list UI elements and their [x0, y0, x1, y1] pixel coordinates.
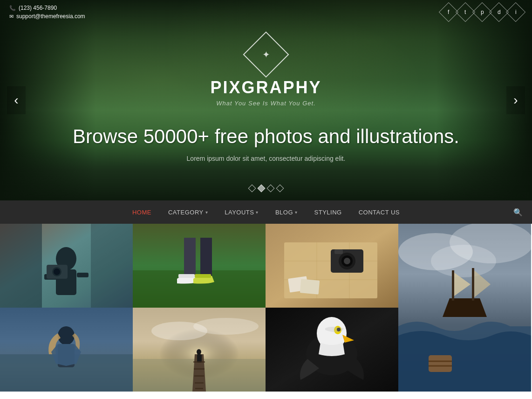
photo-sneakers — [133, 224, 266, 308]
svg-point-9 — [54, 268, 60, 275]
svg-point-41 — [58, 326, 75, 345]
photo-cell-5[interactable] — [0, 308, 133, 392]
nav-contact[interactable]: CONTACT US — [350, 200, 408, 224]
photo-eagle — [266, 308, 398, 392]
hero-section: 📞 (123) 456-7890 ✉ support@themefreesia.… — [0, 0, 532, 200]
photo-grid — [0, 224, 532, 392]
slider-dot-1[interactable] — [248, 185, 256, 193]
photo-cell-6[interactable] — [133, 308, 266, 392]
slider-dots — [249, 186, 283, 191]
contact-info: 📞 (123) 456-7890 ✉ support@themefreesia.… — [9, 5, 85, 20]
email-info: ✉ support@themefreesia.com — [9, 13, 85, 20]
site-title: PIXGRAPHY — [73, 78, 459, 97]
svg-rect-53 — [195, 382, 204, 384]
slider-dot-2[interactable] — [258, 185, 266, 193]
svg-point-32 — [431, 245, 496, 277]
blog-dropdown-arrow: ▾ — [295, 210, 298, 215]
prev-button[interactable]: ‹ — [7, 86, 26, 114]
instagram-icon[interactable]: i — [506, 2, 525, 22]
nav-home[interactable]: HOME — [124, 200, 160, 224]
svg-rect-54 — [195, 388, 203, 389]
slider-dot-3[interactable] — [267, 185, 275, 193]
site-tagline: What You See Is What You Get. — [73, 100, 459, 107]
photo-pier-sunset — [133, 308, 266, 392]
nav-blog[interactable]: BLOG ▾ — [267, 200, 306, 224]
phone-icon: 📞 — [9, 5, 16, 11]
search-button[interactable]: 🔍 — [513, 208, 523, 217]
photo-cell-2[interactable] — [133, 224, 266, 308]
photo-cell-1[interactable] — [0, 224, 133, 308]
svg-rect-26 — [334, 249, 343, 254]
phone-info: 📞 (123) 456-7890 — [9, 5, 85, 11]
svg-rect-28 — [300, 279, 320, 294]
nav-category[interactable]: CATEGORY ▾ — [160, 200, 216, 224]
photo-cell-3[interactable] — [266, 224, 398, 308]
photo-cell-4[interactable] — [398, 224, 531, 392]
nav-styling[interactable]: STYLING — [306, 200, 350, 224]
photo-photographer — [0, 224, 133, 308]
nav-layouts[interactable]: LAYOUTS ▾ — [216, 200, 267, 224]
svg-rect-50 — [193, 361, 205, 363]
photo-cell-7[interactable] — [266, 308, 398, 392]
svg-rect-14 — [178, 274, 195, 278]
next-button[interactable]: › — [506, 86, 525, 114]
navigation: HOME CATEGORY ▾ LAYOUTS ▾ BLOG ▾ STYLING… — [0, 200, 532, 224]
svg-rect-36 — [429, 355, 452, 372]
svg-rect-34 — [472, 268, 474, 301]
hero-headline: Browse 50000+ free photos and illustrati… — [73, 125, 459, 148]
photo-girl-sea — [0, 308, 133, 392]
hero-subtext: Lorem ipsum dolor sit amet, consectetur … — [73, 155, 459, 162]
category-dropdown-arrow: ▾ — [205, 210, 208, 215]
logo-diamond: ✦ — [243, 32, 289, 78]
svg-point-46 — [193, 318, 259, 335]
logo-symbol: ✦ — [262, 49, 270, 60]
email-icon: ✉ — [9, 14, 14, 20]
svg-rect-51 — [194, 368, 205, 370]
photo-camera-map — [266, 224, 398, 308]
hero-content: ✦ PIXGRAPHY What You See Is What You Get… — [73, 38, 459, 162]
top-bar: 📞 (123) 456-7890 ✉ support@themefreesia.… — [0, 0, 532, 24]
layouts-dropdown-arrow: ▾ — [256, 210, 259, 215]
svg-rect-33 — [452, 270, 454, 301]
svg-point-48 — [197, 349, 201, 355]
svg-rect-2 — [91, 224, 133, 308]
svg-rect-1 — [0, 224, 42, 308]
svg-rect-13 — [200, 238, 212, 280]
svg-rect-52 — [194, 375, 204, 377]
slider-dot-4[interactable] — [276, 185, 284, 193]
svg-point-25 — [344, 258, 350, 264]
svg-rect-6 — [77, 273, 89, 277]
social-icons-group: f t p d i — [442, 5, 523, 19]
svg-rect-12 — [184, 238, 196, 280]
photo-ship — [398, 224, 531, 392]
svg-rect-15 — [195, 274, 211, 278]
